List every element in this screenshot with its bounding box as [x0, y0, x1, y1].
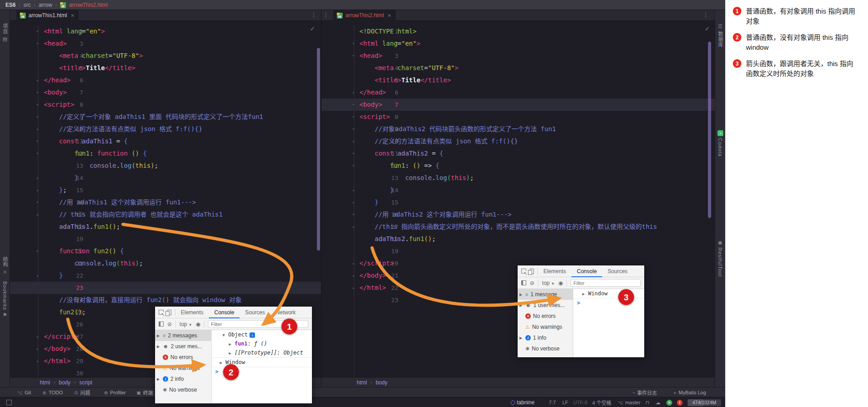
code-line[interactable]: 17 ▴ //this 指向箭头函数定义时所处的对象，而不是箭头函数使用时所在的…	[321, 221, 715, 233]
console-filter-input[interactable]	[571, 279, 641, 287]
code-line[interactable]: 10 ▴ //定义的方法语法有点类似 json 格式 f:f(){}	[321, 135, 715, 147]
tool-window-事件日志[interactable]: ◔事件日志	[632, 388, 657, 398]
tool-window-问题[interactable]: ⊙问题	[74, 388, 90, 398]
code-line[interactable]: 8 ▾<script>	[10, 99, 321, 111]
fold-marker[interactable]: ▾	[36, 135, 38, 147]
breadcrumb[interactable]: ES6›src›arrow›arrowThis2.html	[5, 0, 108, 10]
console-sidebar-item[interactable]: ▶i 2 info	[155, 374, 211, 384]
breadcrumb-node[interactable]: body	[376, 379, 387, 386]
code-line[interactable]: 20 ▾ function fun2() {	[10, 245, 321, 257]
console-object-entry[interactable]: ▼ Objecti	[212, 330, 312, 339]
console-object-property[interactable]: ▶ fun1: ƒ ()	[212, 339, 312, 348]
clear-console-icon[interactable]: ⊘	[530, 280, 534, 286]
fold-marker[interactable]: ▴	[352, 196, 354, 208]
clear-console-icon[interactable]: ⊘	[167, 321, 172, 327]
code-line[interactable]: 11 ▾ const adaThis2 = {	[321, 147, 715, 160]
code-line[interactable]: 15 ▴ };	[10, 184, 321, 196]
fold-marker[interactable]: ▴	[36, 270, 38, 282]
fold-marker[interactable]: ▾	[352, 99, 354, 111]
console-sidebar-toggle-icon[interactable]	[159, 322, 164, 327]
status-item[interactable]: UTF-8	[573, 398, 587, 407]
eye-icon[interactable]: ◉	[558, 280, 563, 286]
breadcrumb-node[interactable]: html	[40, 379, 50, 386]
console-sidebar-item[interactable]: ✱ No verbose	[518, 343, 573, 354]
console-sidebar-item[interactable]: ✕ No errors	[518, 311, 573, 322]
console-sidebar-item[interactable]: ✕ No errors	[155, 352, 211, 363]
close-tab-icon[interactable]: ✕	[71, 13, 74, 18]
fold-marker[interactable]: ▾	[36, 111, 38, 123]
memory-indicator[interactable]: 474/1024M	[688, 398, 721, 407]
tab-options-icon[interactable]: ⋮	[703, 12, 708, 18]
fold-marker[interactable]: ▾	[36, 147, 38, 160]
tool-strip-Bookmarks[interactable]: Bookmarks ⚑	[0, 281, 10, 318]
code-line[interactable]: 18 adaThis1.fun1();	[10, 221, 321, 233]
console-sidebar-item[interactable]: ▶≡ 2 messages	[155, 330, 211, 341]
code-line[interactable]: 11 ▾ const adaThis1 = {	[10, 135, 321, 147]
context-selector[interactable]: top ▼	[542, 280, 555, 286]
fold-marker[interactable]: ▾	[36, 196, 38, 208]
cloud-icon[interactable]: ☁	[656, 398, 660, 407]
console-sidebar-item[interactable]: ▶≡ 1 message	[518, 289, 573, 300]
console-sidebar-item[interactable]: ▶☻ 2 user mes...	[155, 341, 211, 352]
breadcrumb-node[interactable]: body	[59, 379, 71, 386]
layout-widget-icon[interactable]	[6, 398, 12, 407]
fold-marker[interactable]: ▴	[36, 343, 38, 355]
tool-strip-RestfulTool[interactable]: ◉RestfulTool	[715, 240, 725, 277]
tool-window-MyBatis Log[interactable]: ◗MyBatis Log	[674, 388, 706, 398]
device-toolbar-icon[interactable]	[530, 269, 534, 274]
console-sidebar-item[interactable]: ▶☻ 1 user mes...	[518, 300, 573, 311]
code-line[interactable]: 10 ▴ //定义的方法语法有点类似 json 格式 f:f(){}	[10, 123, 321, 135]
fold-marker[interactable]: ▴	[352, 221, 354, 233]
fold-marker[interactable]: ▾	[36, 245, 38, 257]
editor-tab[interactable]: arrowThis1.html ✕	[16, 10, 79, 21]
terminal-runner-icon[interactable]: >	[666, 398, 672, 407]
fold-marker[interactable]: ▴	[352, 86, 354, 99]
notification-icon[interactable]: !	[677, 398, 683, 407]
status-item[interactable]: 7:7	[549, 398, 556, 407]
code-line[interactable]: 5 <title>Title</title>	[321, 74, 715, 86]
inspection-ok-icon[interactable]: ✓	[310, 25, 315, 32]
fold-marker[interactable]: ▾	[352, 38, 354, 50]
fold-marker[interactable]: ▾	[352, 160, 354, 172]
code-line[interactable]: 6 ▴</head>	[321, 86, 715, 99]
breadcrumb-file[interactable]: arrowThis2.html	[69, 2, 108, 8]
code-line[interactable]: 12 ▾ fun1: function () {	[10, 147, 321, 160]
code-line[interactable]: 13 console.log(this);	[10, 160, 321, 172]
code-line[interactable]: 3 ▾<head>	[321, 50, 715, 62]
console-sidebar-item[interactable]: ✱ No verbose	[155, 384, 211, 395]
devtools-tab-Console[interactable]: Console	[209, 307, 240, 318]
code-line[interactable]: 9 ▾ //定义了一个对象 adaThis1 里面 代码块的形式定义了一个方法f…	[10, 111, 321, 123]
code-line[interactable]: 14 ▴ }	[10, 172, 321, 184]
devtools-tab-Sources[interactable]: Sources	[240, 307, 270, 318]
code-line[interactable]: 7 ▾<body>	[10, 86, 321, 99]
code-line[interactable]: 19	[321, 245, 715, 257]
fold-marker[interactable]: ▴	[36, 172, 38, 184]
editor-scrollbar[interactable]	[317, 48, 320, 251]
breadcrumb-item[interactable]: src	[24, 2, 31, 8]
code-line[interactable]: 23	[10, 282, 321, 294]
devtools-tab-Elements[interactable]: Elements	[538, 265, 571, 277]
devtools-tab-Elements[interactable]: Elements	[175, 307, 209, 318]
fold-marker[interactable]: ▾	[352, 208, 354, 221]
code-line[interactable]: 4 <meta charset="UTF-8">	[10, 50, 321, 62]
fold-marker[interactable]: ▾	[352, 123, 354, 135]
console-object-property[interactable]: ▶ [[Prototype]]: Object	[212, 348, 312, 357]
device-toolbar-icon[interactable]	[167, 310, 171, 315]
code-line[interactable]: 17 ▴ // this 就会指向它的调用者 也就会是这个 adaThis1	[10, 208, 321, 221]
tool-window-TODO[interactable]: ≣TODO	[42, 388, 63, 398]
fold-marker[interactable]: ▴	[36, 74, 38, 86]
code-line[interactable]: 2 ▾<html lang="en">	[10, 25, 321, 38]
breadcrumb-node[interactable]: html	[357, 379, 367, 386]
code-line[interactable]: 24 //没有对象调用，直接用运行 fun2() 就会指向 window 对象	[10, 294, 321, 306]
code-line[interactable]: 8 ▾<script>	[321, 111, 715, 123]
console-sidebar-item[interactable]: ⚠ No warnings	[155, 363, 211, 374]
status-item[interactable]: LF	[562, 398, 568, 407]
tool-strip-结构[interactable]: 结构 ≡	[0, 256, 10, 274]
breadcrumb-item[interactable]: arrow	[38, 2, 52, 8]
console-sidebar-toggle-icon[interactable]	[521, 280, 526, 285]
fold-marker[interactable]: ▴	[352, 270, 354, 282]
fold-marker[interactable]: ▴	[36, 355, 38, 367]
editor-scrollbar[interactable]	[708, 42, 711, 218]
inspect-element-icon[interactable]	[521, 269, 526, 274]
tool-window-终端[interactable]: ▣终端	[137, 388, 153, 398]
